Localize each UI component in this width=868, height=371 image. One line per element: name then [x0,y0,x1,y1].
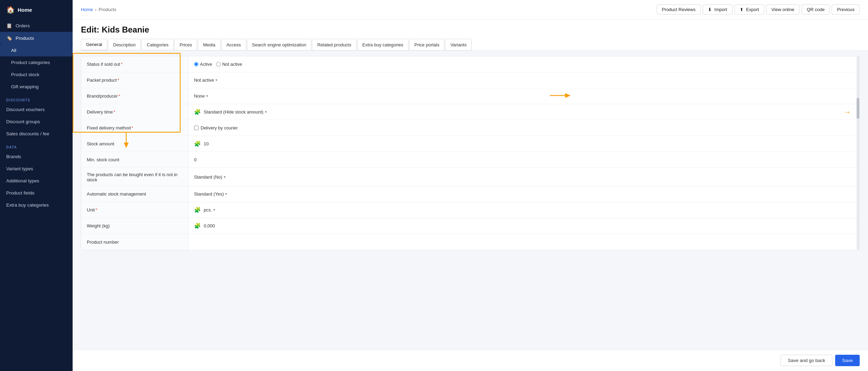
import-button[interactable]: ⬇ Import [703,4,732,15]
sidebar-item-gift-wrapping[interactable]: Gift wrapping [0,81,73,93]
topbar: Home › Products Product Reviews ⬇ Import… [73,0,868,19]
chevron-down-icon: ▾ [206,94,208,98]
sidebar: 🏠 Home 📋 Orders 🏷️ Products All Product … [0,0,73,371]
sidebar-item-sales-discounts[interactable]: Sales discounts / fee [0,128,73,140]
form-row-unit: Unit * 🧩 pcs. ▾ [81,202,859,218]
value-stock-amount: 🧩 10 [188,138,859,150]
label-packet-product: Packet product * [81,72,188,88]
sidebar-item-label: Products [16,36,34,41]
tab-media[interactable]: Media [198,39,220,51]
form-row-status-sold-out: Status if sold out * Active Not active [81,56,859,72]
tab-variants[interactable]: Variants [445,39,472,51]
weight-value: 0,000 [204,223,215,228]
select-delivery-time[interactable]: Standard (Hide stock amount) ▾ [204,109,267,115]
radio-not-active[interactable]: Not active [216,62,242,67]
select-brand-producer[interactable]: None ▾ [194,93,208,99]
product-number-input[interactable] [194,239,263,245]
breadcrumb: Home › Products [81,7,116,12]
discounts-section-label: DISCOUNTS [0,93,73,103]
tab-categories[interactable]: Categories [141,39,174,51]
product-reviews-button[interactable]: Product Reviews [657,4,701,15]
orange-arrow-right: → [843,108,851,117]
sidebar-item-product-categories[interactable]: Product categories [0,56,73,69]
sidebar-item-label: Product stock [11,72,39,77]
label-auto-stock: Automatic stock management [81,186,188,202]
sidebar-logo[interactable]: 🏠 Home [0,0,73,19]
chevron-down-icon: ▾ [265,110,267,114]
value-unit: 🧩 pcs. ▾ [188,204,859,216]
home-logo-icon: 🏠 [6,6,15,14]
sidebar-item-additional-types[interactable]: Additional types [0,175,73,187]
tab-extra-buy-categories[interactable]: Extra buy categories [357,39,409,51]
previous-button[interactable]: Previous [832,4,860,15]
export-icon: ⬆ [740,7,744,12]
bottom-bar: Save and go back Save [73,350,868,371]
value-auto-stock: Standard (Yes) ▾ [188,189,859,199]
sidebar-item-label: Gift wrapping [11,84,39,89]
tab-general[interactable]: General [81,39,107,51]
sidebar-item-label: Product fields [6,190,35,196]
stock-amount-icon: 🧩 [194,141,201,147]
label-unit: Unit * [81,202,188,218]
select-unit[interactable]: pcs. ▾ [204,207,215,212]
chevron-down-icon: ▾ [213,208,215,212]
sidebar-item-orders[interactable]: 📋 Orders [0,19,73,32]
form-row-fixed-delivery: Fixed delivery method * Delivery by cour… [81,120,859,136]
select-buyable-out-of-stock[interactable]: Standard (No) ▾ [194,174,226,180]
value-min-stock: 0 [188,154,859,165]
tab-access[interactable]: Access [221,39,246,51]
value-status-sold-out: Active Not active [188,59,859,70]
sidebar-item-product-stock[interactable]: Product stock [0,69,73,81]
sidebar-item-label: Variant types [6,166,33,171]
value-brand-producer: None ▾ [188,91,859,101]
sidebar-item-discount-vouchers[interactable]: Discount vouchers [0,103,73,116]
tab-seo[interactable]: Search engine optimization [247,39,312,51]
label-brand-producer: Brand/producer * [81,88,188,104]
label-buyable-out-of-stock: The products can be bought even if it is… [81,168,188,186]
qr-code-button[interactable]: QR code [802,4,830,15]
view-online-button[interactable]: View online [766,4,800,15]
radio-active[interactable]: Active [194,62,212,67]
form-row-delivery-time: Delivery time * 🧩 Standard (Hide stock a… [81,104,859,120]
form-row-product-number: Product number [81,234,859,250]
delivery-time-icon: 🧩 [194,109,201,115]
value-packet-product: Not active ▾ [188,75,859,85]
label-delivery-time: Delivery time * [81,104,188,120]
chevron-down-icon: ▾ [215,78,218,82]
tab-prices[interactable]: Prices [174,39,197,51]
form-row-packet-product: Packet product * Not active ▾ [81,72,859,88]
sidebar-item-label: Brands [6,154,21,159]
sidebar-item-all[interactable]: All [0,44,73,56]
save-button[interactable]: Save [835,355,860,366]
page-title: Edit: Kids Beanie [81,25,860,35]
sidebar-item-extra-buy-categories[interactable]: Extra buy categories [0,199,73,211]
main-area: Home › Products Product Reviews ⬇ Import… [73,0,868,371]
tab-description[interactable]: Description [108,39,141,51]
chevron-down-icon: ▾ [224,175,226,179]
label-min-stock: Min. stock count [81,152,188,168]
export-button[interactable]: ⬆ Export [735,4,764,15]
sidebar-item-products[interactable]: 🏷️ Products [0,32,73,44]
min-stock-value: 0 [194,157,196,162]
tab-related-products[interactable]: Related products [312,39,356,51]
sidebar-item-label: Product categories [11,60,50,65]
sidebar-item-label: Sales discounts / fee [6,131,49,136]
tab-price-portals[interactable]: Price portals [409,39,444,51]
form-row-buyable-out-of-stock: The products can be bought even if it is… [81,168,859,186]
content-area: Status if sold out * Active Not active [73,51,868,350]
sidebar-item-variant-types[interactable]: Variant types [0,163,73,175]
checkbox-delivery-courier: Delivery by courier [194,125,238,130]
checkbox-delivery-courier-input[interactable] [194,126,198,130]
save-and-go-back-button[interactable]: Save and go back [781,355,832,366]
sidebar-item-discount-groups[interactable]: Discount groups [0,116,73,128]
select-packet-product[interactable]: Not active ▾ [194,78,218,83]
sidebar-item-label: Additional types [6,178,39,183]
select-auto-stock[interactable]: Standard (Yes) ▾ [194,191,227,197]
sidebar-item-product-fields[interactable]: Product fields [0,187,73,199]
value-product-number [188,237,859,247]
stock-amount-value: 10 [204,141,209,146]
form-row-auto-stock: Automatic stock management Standard (Yes… [81,186,859,202]
sidebar-item-brands[interactable]: Brands [0,151,73,163]
breadcrumb-home[interactable]: Home [81,7,93,12]
label-weight: Weight (kg) [81,218,188,234]
